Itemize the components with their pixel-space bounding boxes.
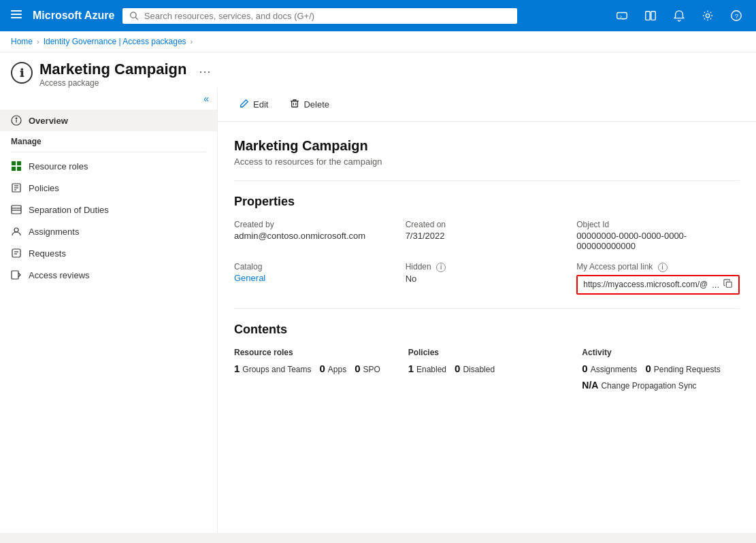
sidebar-item-policies-label: Policies [29, 183, 59, 193]
disabled-count: 0 [455, 363, 460, 374]
copy-link-button[interactable] [723, 279, 733, 291]
svg-point-26 [14, 228, 18, 232]
contents-activity: Activity 0 Assignments 0 Pending Request… [582, 348, 740, 391]
search-icon [129, 11, 138, 20]
disabled-label: Disabled [463, 365, 495, 374]
page-subtitle: Access package [39, 78, 186, 88]
created-on-label: Created on [406, 220, 561, 229]
assignments-activity-label: Assignments [591, 365, 638, 374]
properties-heading: Properties [234, 195, 740, 209]
svg-rect-31 [292, 101, 298, 108]
activity-items: 0 Assignments 0 Pending Requests [582, 363, 740, 374]
hidden-info-icon[interactable]: i [436, 263, 446, 272]
policies-icon [11, 182, 22, 193]
object-id-label: Object Id [576, 220, 740, 229]
sidebar-item-resource-roles[interactable]: Resource roles [0, 155, 217, 177]
portal-link-field: My Access portal link i https://myaccess… [576, 262, 740, 295]
sidebar-item-policies[interactable]: Policies [0, 177, 217, 199]
breadcrumb-home[interactable]: Home [11, 37, 33, 46]
apps-label: Apps [328, 365, 346, 374]
sidebar-manage-section: Manage [0, 131, 217, 149]
resource-roles-contents-label: Resource roles [234, 348, 392, 357]
cloud-shell-icon[interactable]: >_ [610, 7, 634, 24]
assignments-icon [11, 226, 22, 237]
sidebar-item-overview-label: Overview [29, 116, 68, 126]
created-on-field: Created on 7/31/2022 [406, 220, 561, 251]
directory-icon[interactable] [639, 7, 662, 24]
change-propagation-value: N/A [582, 380, 598, 391]
resource-roles-item-1: 0 Apps [320, 363, 347, 374]
portal-link-info-icon[interactable]: i [658, 263, 668, 272]
resource-roles-items: 1 Groups and Teams 0 Apps 0 SPO [234, 363, 392, 374]
separation-icon [11, 204, 22, 215]
svg-rect-30 [12, 271, 18, 279]
svg-point-9 [706, 14, 709, 17]
svg-rect-23 [12, 205, 21, 214]
assignments-count: 0 [582, 363, 587, 374]
portal-link-ellipsis: ... [712, 280, 719, 290]
delete-label: Delete [303, 99, 329, 110]
catalog-link[interactable]: General [234, 273, 265, 283]
content-toolbar: Edit Delete [218, 88, 756, 122]
page-menu-btn[interactable]: ··· [199, 65, 211, 79]
requests-icon [11, 248, 22, 259]
access-reviews-icon [11, 269, 22, 280]
apps-count: 0 [320, 363, 325, 374]
sidebar-item-assignments[interactable]: Assignments [0, 220, 217, 242]
policies-items: 1 Enabled 0 Disabled [408, 363, 566, 374]
overview-icon [11, 115, 22, 126]
pending-count: 0 [645, 363, 651, 374]
catalog-value[interactable]: General [234, 273, 389, 283]
sidebar-item-requests[interactable]: Requests [0, 242, 217, 264]
svg-rect-0 [11, 10, 22, 12]
policies-contents-label: Policies [408, 348, 566, 357]
edit-label: Edit [253, 99, 268, 110]
svg-rect-17 [12, 167, 16, 171]
main-layout: « Overview Manage Resource roles Policie… [0, 88, 756, 533]
object-id-field: Object Id 00000000-0000-0000-0000-000000… [576, 220, 740, 251]
delete-button[interactable]: Delete [284, 96, 335, 113]
policies-item-0: 1 Enabled [408, 363, 446, 374]
notifications-icon[interactable] [668, 7, 691, 24]
edit-button[interactable]: Edit [234, 96, 274, 113]
help-icon[interactable]: ? [725, 7, 748, 24]
contents-heading: Contents [234, 323, 740, 337]
section-divider-1 [234, 180, 740, 181]
svg-rect-35 [726, 282, 732, 287]
search-input[interactable] [144, 11, 511, 21]
enabled-label: Enabled [416, 365, 446, 374]
sidebar-collapse-btn[interactable]: « [0, 90, 217, 110]
resource-roles-icon [11, 161, 22, 171]
main-description: Access to resources for the campaign [234, 157, 740, 167]
created-on-value: 7/31/2022 [406, 231, 561, 241]
sidebar-item-separation-of-duties[interactable]: Separation of Duties [0, 199, 217, 220]
contents-grid: Resource roles 1 Groups and Teams 0 Apps… [234, 348, 740, 391]
created-by-field: Created by admin@contoso.onmicrosoft.com [234, 220, 389, 251]
portal-link-box: https://myaccess.microsoft.com/@ ... [576, 275, 740, 295]
change-propagation-label: Change Propagation Sync [601, 381, 696, 391]
settings-icon[interactable] [696, 7, 719, 24]
content-body: Marketing Campaign Access to resources f… [218, 122, 756, 407]
activity-item-1: 0 Pending Requests [645, 363, 720, 374]
search-bar[interactable] [122, 8, 517, 24]
page-header-text: Marketing Campaign Access package [39, 61, 186, 88]
svg-rect-8 [651, 12, 655, 20]
page-icon: ℹ [11, 62, 33, 84]
created-by-value: admin@contoso.onmicrosoft.com [234, 231, 389, 241]
page-header: ℹ Marketing Campaign Access package ··· [0, 52, 756, 88]
breadcrumb-parent[interactable]: Identity Governance | Access packages [44, 37, 186, 46]
hidden-value: No [406, 274, 561, 284]
main-heading: Marketing Campaign [234, 138, 740, 154]
spo-count: 0 [355, 363, 360, 374]
catalog-field: Catalog General [234, 262, 389, 295]
resource-roles-item-0: 1 Groups and Teams [234, 363, 312, 374]
hamburger-menu[interactable] [8, 6, 24, 25]
svg-rect-15 [12, 161, 16, 165]
sidebar-item-access-reviews[interactable]: Access reviews [0, 264, 217, 286]
sidebar-item-separation-label: Separation of Duties [29, 205, 109, 215]
sidebar: « Overview Manage Resource roles Policie… [0, 88, 218, 533]
svg-rect-16 [17, 161, 21, 165]
topbar-icons: >_ ? [610, 7, 748, 24]
sidebar-item-overview[interactable]: Overview [0, 110, 217, 131]
edit-icon [240, 99, 249, 110]
